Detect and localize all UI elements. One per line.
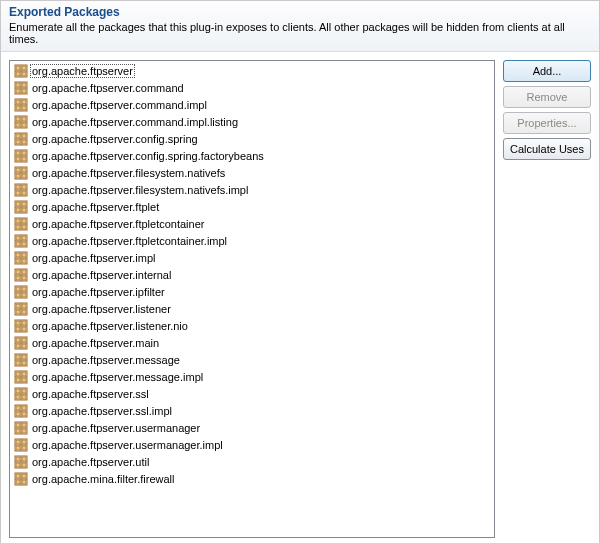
svg-rect-46 <box>22 174 26 178</box>
svg-rect-53 <box>22 191 26 195</box>
package-icon <box>14 81 28 95</box>
package-item[interactable]: org.apache.ftpserver.usermanager.impl <box>12 436 492 453</box>
svg-rect-37 <box>22 151 26 155</box>
package-item[interactable]: org.apache.ftpserver.ftplet <box>12 198 492 215</box>
svg-rect-58 <box>22 202 26 206</box>
package-item[interactable]: org.apache.ftpserver.ipfilter <box>12 283 492 300</box>
package-item[interactable]: org.apache.ftpserver.message.impl <box>12 368 492 385</box>
package-label: org.apache.ftpserver.message <box>32 354 180 366</box>
svg-rect-148 <box>16 423 20 427</box>
package-icon <box>14 421 28 435</box>
package-icon <box>14 285 28 299</box>
svg-rect-99 <box>16 304 20 308</box>
package-item[interactable]: org.apache.ftpserver.ssl <box>12 385 492 402</box>
package-item[interactable]: org.apache.ftpserver.filesystem.nativefs <box>12 164 492 181</box>
section-header: Exported Packages Enumerate all the pack… <box>1 1 599 52</box>
svg-rect-87 <box>16 276 20 280</box>
package-item[interactable]: org.apache.ftpserver.usermanager <box>12 419 492 436</box>
svg-rect-8 <box>16 83 20 87</box>
svg-rect-31 <box>16 140 20 144</box>
calculate-uses-button[interactable]: Calculate Uses <box>503 138 591 160</box>
svg-rect-102 <box>22 310 26 314</box>
package-item[interactable]: org.apache.ftpserver.command.impl <box>12 96 492 113</box>
svg-rect-108 <box>16 327 20 331</box>
package-item[interactable]: org.apache.ftpserver.util <box>12 453 492 470</box>
package-item[interactable]: org.apache.ftpserver <box>12 62 492 79</box>
package-label: org.apache.ftpserver.ssl.impl <box>32 405 172 417</box>
svg-rect-169 <box>16 474 20 478</box>
svg-rect-52 <box>16 191 20 195</box>
package-item[interactable]: org.apache.ftpserver.listener <box>12 300 492 317</box>
package-icon <box>14 132 28 146</box>
package-item[interactable]: org.apache.mina.filter.firewall <box>12 470 492 487</box>
svg-rect-50 <box>16 185 20 189</box>
remove-button[interactable]: Remove <box>503 86 591 108</box>
package-item[interactable]: org.apache.ftpserver.ftpletcontainer.imp… <box>12 232 492 249</box>
button-column: Add... Remove Properties... Calculate Us… <box>503 60 591 160</box>
svg-rect-45 <box>16 174 20 178</box>
svg-rect-129 <box>16 378 20 382</box>
svg-rect-134 <box>16 389 20 393</box>
package-icon <box>14 404 28 418</box>
package-item[interactable]: org.apache.ftpserver.command.impl.listin… <box>12 113 492 130</box>
svg-rect-36 <box>16 151 20 155</box>
package-item[interactable]: org.apache.ftpserver.impl <box>12 249 492 266</box>
package-label: org.apache.ftpserver.listener <box>32 303 171 315</box>
properties-button[interactable]: Properties... <box>503 112 591 134</box>
svg-rect-141 <box>16 406 20 410</box>
package-label: org.apache.ftpserver.ftplet <box>32 201 159 213</box>
exported-packages-panel: Exported Packages Enumerate all the pack… <box>0 0 600 543</box>
svg-rect-116 <box>22 344 26 348</box>
package-item[interactable]: org.apache.ftpserver.filesystem.nativefs… <box>12 181 492 198</box>
svg-rect-172 <box>22 480 26 484</box>
svg-rect-121 <box>22 355 26 359</box>
svg-rect-18 <box>22 106 26 110</box>
package-item[interactable]: org.apache.ftpserver.internal <box>12 266 492 283</box>
package-icon <box>14 455 28 469</box>
package-item[interactable]: org.apache.ftpserver.main <box>12 334 492 351</box>
svg-rect-171 <box>16 480 20 484</box>
svg-rect-143 <box>16 412 20 416</box>
package-icon <box>14 234 28 248</box>
package-item[interactable]: org.apache.ftpserver.ssl.impl <box>12 402 492 419</box>
svg-rect-2 <box>22 66 26 70</box>
package-item[interactable]: org.apache.ftpserver.message <box>12 351 492 368</box>
package-item[interactable]: org.apache.ftpserver.ftpletcontainer <box>12 215 492 232</box>
package-item[interactable]: org.apache.ftpserver.config.spring.facto… <box>12 147 492 164</box>
svg-rect-106 <box>16 321 20 325</box>
package-label: org.apache.ftpserver.command.impl.listin… <box>32 116 238 128</box>
package-icon <box>14 387 28 401</box>
package-label: org.apache.ftpserver.usermanager.impl <box>32 439 223 451</box>
add-button[interactable]: Add... <box>503 60 591 82</box>
svg-rect-165 <box>22 463 26 467</box>
svg-rect-72 <box>22 236 26 240</box>
package-item[interactable]: org.apache.ftpserver.config.spring <box>12 130 492 147</box>
package-icon <box>14 370 28 384</box>
package-icon <box>14 251 28 265</box>
svg-rect-15 <box>16 100 20 104</box>
svg-rect-73 <box>16 242 20 246</box>
svg-rect-44 <box>22 168 26 172</box>
package-item[interactable]: org.apache.ftpserver.command <box>12 79 492 96</box>
svg-rect-156 <box>22 440 26 444</box>
svg-rect-95 <box>22 293 26 297</box>
package-label: org.apache.ftpserver.config.spring <box>32 133 198 145</box>
package-label: org.apache.ftpserver.listener.nio <box>32 320 188 332</box>
package-icon <box>14 200 28 214</box>
svg-rect-149 <box>22 423 26 427</box>
package-list[interactable]: org.apache.ftpserver org.apache.ftpserve… <box>9 60 495 538</box>
svg-rect-67 <box>22 225 26 229</box>
package-icon <box>14 302 28 316</box>
svg-rect-60 <box>22 208 26 212</box>
svg-rect-114 <box>22 338 26 342</box>
package-icon <box>14 149 28 163</box>
package-label: org.apache.ftpserver.usermanager <box>32 422 200 434</box>
svg-rect-9 <box>22 83 26 87</box>
svg-rect-59 <box>16 208 20 212</box>
svg-rect-74 <box>22 242 26 246</box>
svg-rect-120 <box>16 355 20 359</box>
svg-rect-164 <box>16 463 20 467</box>
svg-rect-24 <box>16 123 20 127</box>
package-item[interactable]: org.apache.ftpserver.listener.nio <box>12 317 492 334</box>
package-icon <box>14 353 28 367</box>
